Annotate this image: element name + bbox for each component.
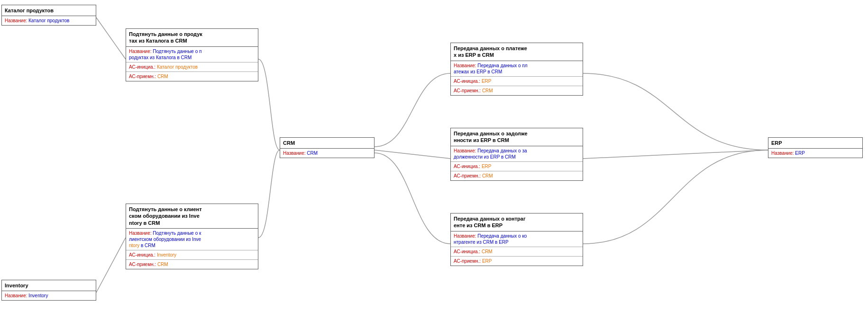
transfer-payments-title: Передача данных о платежех из ERP в CRM <box>451 43 583 61</box>
erp-value: ERP <box>795 151 805 156</box>
transfer-contractor-name-label: Название: <box>454 233 476 239</box>
pull-inventory-field-receiver: АС-приемн.: CRM <box>126 260 258 269</box>
transfer-contractor-title: Передача данных о контрагенте из CRM в E… <box>451 213 583 231</box>
transfer-payments-field-name: Название: Передача данных о платежах из … <box>451 61 583 77</box>
transfer-debt-field-name: Название: Передача данных о задолженност… <box>451 146 583 162</box>
diagram-container: Каталог продуктов Название: Каталог прод… <box>0 0 868 311</box>
transfer-contractor-field-receiver: АС-приемн.: ERP <box>451 257 583 266</box>
transfer-contractor-recv-value: ERP <box>482 258 492 264</box>
transfer-debt-name-label: Название: <box>454 148 476 153</box>
transfer-debt-title: Передача данных о задолженности из ERP в… <box>451 128 583 146</box>
catalog-title: Каталог продуктов <box>2 5 96 16</box>
erp-field-name: Название: ERP <box>768 149 862 158</box>
pull-inventory-name-label: Название: <box>129 231 151 236</box>
inventory-label: Название: <box>5 293 27 298</box>
transfer-contractor-recv-label: АС-приемн.: <box>454 258 481 264</box>
pull-inventory-recv-label: АС-приемн.: <box>129 262 156 267</box>
crm-node: CRM Название: CRM <box>280 137 375 158</box>
pull-catalog-field-name: Название: Подтянуть данные о продуктах и… <box>126 47 258 62</box>
transfer-payments-recv-label: АС-приемн.: <box>454 88 481 93</box>
catalog-node: Каталог продуктов Название: Каталог прод… <box>1 5 96 26</box>
transfer-payments-node: Передача данных о платежех из ERP в CRM … <box>450 43 583 96</box>
pull-inventory-recv-value: CRM <box>157 262 168 267</box>
pull-catalog-field-initiator: АС-инициа.: Каталог продуктов <box>126 62 258 72</box>
crm-title: CRM <box>280 138 374 149</box>
crm-field-name: Название: CRM <box>280 149 374 158</box>
pull-inventory-field-initiator: АС-инициа.: Inventory <box>126 250 258 260</box>
transfer-debt-recv-value: CRM <box>482 173 493 178</box>
crm-value: CRM <box>307 151 318 156</box>
pull-catalog-title: Подтянуть данные о продуктах из Каталога… <box>126 29 258 47</box>
erp-node: ERP Название: ERP <box>768 137 863 158</box>
inventory-field-name: Название: Inventory <box>2 291 96 300</box>
pull-inventory-init-value: Inventory <box>157 252 176 258</box>
transfer-debt-field-receiver: АС-приемн.: CRM <box>451 171 583 180</box>
transfer-payments-init-label: АС-инициа.: <box>454 79 480 84</box>
inventory-title: Inventory <box>2 280 96 291</box>
transfer-debt-init-value: ERP <box>482 164 492 169</box>
pull-catalog-init-value: Каталог продуктов <box>157 64 198 70</box>
transfer-contractor-field-initiator: АС-инициа.: CRM <box>451 247 583 257</box>
transfer-debt-node: Передача данных о задолженности из ERP в… <box>450 128 583 181</box>
pull-catalog-node: Подтянуть данные о продуктах из Каталога… <box>126 28 258 81</box>
pull-inventory-node: Подтянуть данные о клиентском оборудован… <box>126 204 258 269</box>
pull-catalog-recv-label: АС-приемн.: <box>129 74 156 79</box>
transfer-debt-init-label: АС-инициа.: <box>454 164 480 169</box>
pull-inventory-title: Подтянуть данные о клиентском оборудован… <box>126 204 258 229</box>
transfer-contractor-node: Передача данных о контрагенте из CRM в E… <box>450 213 583 266</box>
pull-catalog-field-receiver: АС-приемн.: CRM <box>126 72 258 81</box>
catalog-field-name: Название: Каталог продуктов <box>2 16 96 25</box>
inventory-value: Inventory <box>28 293 48 298</box>
transfer-payments-field-receiver: АС-приемн.: CRM <box>451 86 583 95</box>
transfer-debt-recv-label: АС-приемн.: <box>454 173 481 178</box>
inventory-node: Inventory Название: Inventory <box>1 280 96 301</box>
erp-label: Название: <box>771 151 794 156</box>
transfer-contractor-init-value: CRM <box>482 249 493 254</box>
catalog-value: Каталог продуктов <box>28 18 69 23</box>
erp-title: ERP <box>768 138 862 149</box>
crm-label: Название: <box>283 151 305 156</box>
transfer-contractor-field-name: Название: Передача данных о контрагенте … <box>451 231 583 247</box>
pull-inventory-field-name: Название: Подтянуть данные о клиентском … <box>126 229 258 250</box>
transfer-payments-field-initiator: АС-инициа.: ERP <box>451 77 583 86</box>
transfer-debt-field-initiator: АС-инициа.: ERP <box>451 162 583 171</box>
transfer-payments-name-label: Название: <box>454 63 476 68</box>
pull-catalog-recv-value: CRM <box>157 74 168 79</box>
pull-inventory-init-label: АС-инициа.: <box>129 252 155 258</box>
transfer-payments-init-value: ERP <box>482 79 492 84</box>
catalog-label: Название: <box>5 18 27 23</box>
transfer-payments-recv-value: CRM <box>482 88 493 93</box>
transfer-contractor-init-label: АС-инициа.: <box>454 249 480 254</box>
pull-catalog-name-label: Название: <box>129 49 151 54</box>
pull-catalog-init-label: АС-инициа.: <box>129 64 155 70</box>
